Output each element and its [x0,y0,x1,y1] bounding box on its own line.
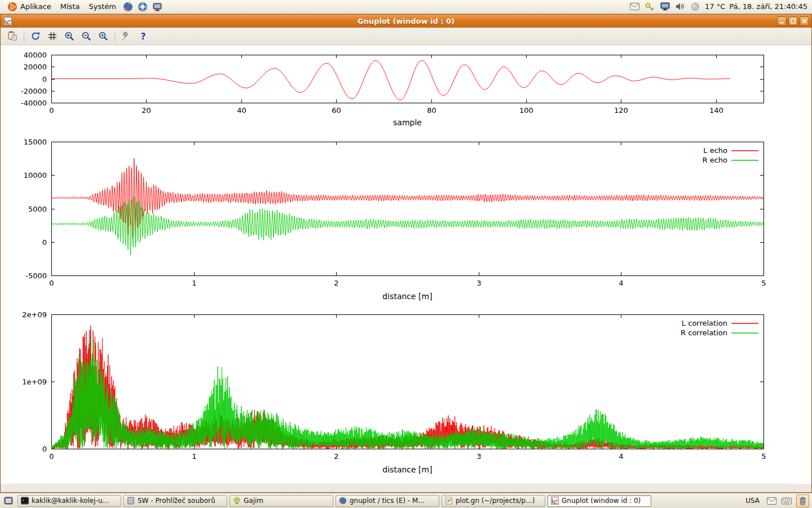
svg-text:1e+09: 1e+09 [22,378,47,386]
svg-text:20: 20 [142,106,151,115]
places-menu-label: Místa [60,2,80,11]
task-label: Gajim [244,497,263,505]
svg-text:1: 1 [192,452,196,461]
close-button[interactable] [800,16,809,26]
svg-text:distance [m]: distance [m] [382,465,432,474]
svg-text:3: 3 [476,279,481,287]
panel-menus: Aplikace Místa Systém [3,1,164,13]
zoom-out-icon[interactable] [79,29,94,43]
svg-text:1: 1 [192,279,196,287]
display-tray-icon[interactable] [659,1,670,12]
maximize-button[interactable] [788,16,798,26]
gajim-icon [233,497,241,505]
keys-tray-icon[interactable] [644,1,655,12]
taskbar-button-gnuplot[interactable]: Gnuplot (window id : 0) [548,495,651,507]
svg-text:60: 60 [332,106,341,115]
zoom-in-icon[interactable] [96,29,111,43]
svg-text:0: 0 [49,279,54,287]
svg-text:L correlation: L correlation [682,319,727,327]
weather-tray-icon[interactable] [690,1,701,12]
clock[interactable]: Pá, 18. září, 21:40:45 [729,2,807,11]
zoom-previous-icon[interactable] [62,29,77,43]
task-label: kaklik@kaklik-kolej-u... [32,497,109,505]
settings-wrench-icon[interactable] [119,29,134,43]
top-panel: Aplikace Místa Systém [0,0,812,14]
svg-text:sample: sample [393,118,422,127]
temperature-indicator[interactable]: 17 °C [705,2,725,11]
svg-text:0: 0 [49,106,54,115]
svg-text:15000: 15000 [24,138,47,146]
svg-text:-20000: -20000 [21,87,47,95]
system-menu-label: Systém [89,2,116,11]
copy-icon[interactable] [5,29,20,43]
svg-text:100: 100 [519,106,533,115]
svg-text:0: 0 [42,445,47,453]
mail-notification-icon[interactable] [766,495,777,506]
taskbar: kaklik@kaklik-kolej-u... SW - Prohlížeč … [0,493,812,508]
svg-text:?: ? [140,31,145,42]
trash-applet[interactable] [796,494,809,507]
svg-text:2e+09: 2e+09 [22,310,47,319]
svg-text:2: 2 [334,452,338,461]
firefox-launcher-icon[interactable] [121,1,135,13]
applications-menu[interactable]: Aplikace [3,1,55,13]
mail-tray-icon[interactable] [629,1,640,12]
taskbar-button-terminal[interactable]: kaklik@kaklik-kolej-u... [17,495,121,507]
svg-text:0: 0 [49,452,54,461]
window-controls [777,16,809,26]
toolbar-separator [24,30,24,42]
svg-text:-5000: -5000 [25,271,47,280]
svg-text:4: 4 [619,452,623,461]
taskbar-button-editor[interactable]: plot.gn (~/projects/p...) [442,495,545,507]
gnuplot-window: Gnuplot (window id : 0) [0,14,812,493]
svg-text:4: 4 [619,279,623,287]
show-desktop-button[interactable] [2,494,15,507]
help-launcher-icon[interactable] [136,1,149,13]
toolbar: ? [1,28,811,45]
svg-text:-40000: -40000 [21,99,47,107]
minimize-button[interactable] [777,16,787,26]
system-tray: 17 °C Pá, 18. září, 21:40:45 [629,1,809,12]
taskbar-button-gajim[interactable]: Gajim [230,495,333,507]
svg-text:5000: 5000 [28,205,47,213]
replot-icon[interactable] [28,29,43,43]
places-menu[interactable]: Místa [56,1,84,12]
svg-text:3: 3 [476,452,481,461]
taskbar-button-file-browser[interactable]: SW - Prohlížeč souborů [123,495,227,507]
svg-text:2: 2 [334,279,338,287]
svg-text:140: 140 [709,106,723,115]
firefox-icon [339,497,347,505]
screenshot-launcher-icon[interactable] [151,1,164,13]
svg-text:0: 0 [42,75,47,84]
plots-svg[interactable]: 020406080100120140-40000-200000200004000… [1,45,811,484]
keyboard-indicator-icon[interactable] [781,495,792,506]
svg-text:R echo: R echo [702,156,727,164]
keyboard-layout-indicator[interactable]: USA [743,496,762,505]
titlebar[interactable]: Gnuplot (window id : 0) [1,15,811,28]
task-label: gnuplot / tics (E) - M... [350,497,425,505]
task-label: SW - Prohlížeč souborů [138,497,215,505]
svg-text:0: 0 [42,238,47,247]
svg-text:R correlation: R correlation [681,329,727,337]
svg-text:80: 80 [427,106,436,115]
window-icon [3,16,12,26]
svg-text:40000: 40000 [24,51,47,59]
toolbar-separator [114,30,115,42]
system-menu[interactable]: Systém [85,1,120,12]
task-label: Gnuplot (window id : 0) [562,497,641,505]
svg-text:distance [m]: distance [m] [382,292,432,301]
taskbar-tray: USA [743,494,810,507]
window-footer [1,484,811,492]
svg-text:10000: 10000 [24,171,47,179]
svg-text:20000: 20000 [24,63,47,71]
svg-text:40: 40 [237,106,246,115]
taskbar-button-firefox[interactable]: gnuplot / tics (E) - M... [336,495,439,507]
help-icon[interactable]: ? [136,29,151,43]
window-title: Gnuplot (window id : 0) [1,17,811,25]
svg-text:L echo: L echo [703,146,727,155]
volume-tray-icon[interactable] [674,1,686,12]
text-editor-icon [445,497,453,505]
task-label: plot.gn (~/projects/p...) [456,497,535,505]
grid-icon[interactable] [45,29,60,43]
svg-text:120: 120 [614,106,628,115]
